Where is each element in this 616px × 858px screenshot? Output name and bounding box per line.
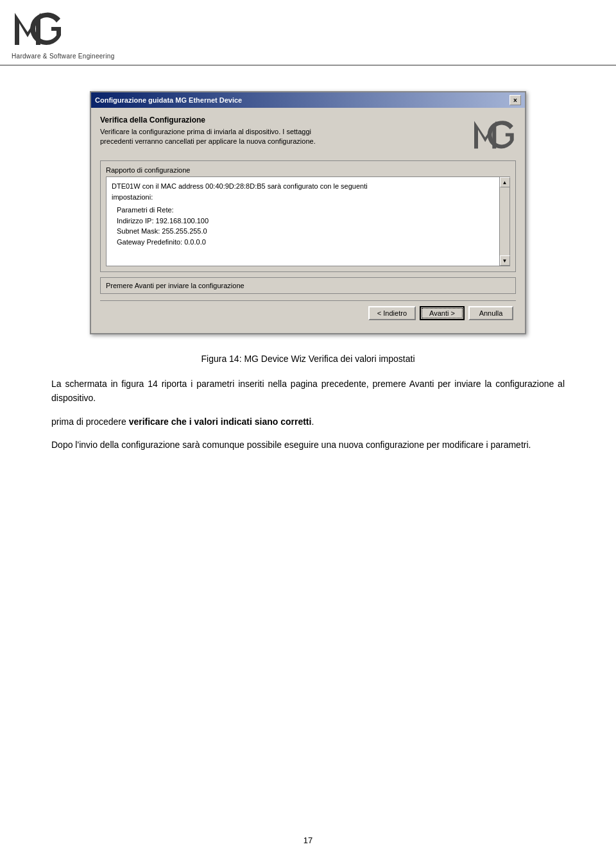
company-name: Hardware & Software Engineering xyxy=(12,53,115,60)
config-ip: Indirizzo IP: 192.168.100.100 xyxy=(117,216,494,227)
mg-logo-icon xyxy=(12,6,63,51)
body-para1-text: La schermata in figura 14 riporta i para… xyxy=(51,379,565,403)
body-paragraph-2: prima di procedere verificare che i valo… xyxy=(51,415,565,429)
figure-caption-text: Figura 14: MG Device Wiz Verifica dei va… xyxy=(201,354,415,364)
header: Hardware & Software Engineering xyxy=(0,0,616,65)
scroll-down-button[interactable]: ▼ xyxy=(500,255,510,266)
scrollbar-track xyxy=(500,187,509,255)
close-button[interactable]: × xyxy=(509,95,521,105)
dialog-divider xyxy=(100,300,516,301)
button-row: < Indietro Avanti > Annulla xyxy=(100,306,516,325)
main-content: Configurazione guidata MG Ethernet Devic… xyxy=(0,65,616,487)
scrollbar-right[interactable]: ▲ ▼ xyxy=(499,177,509,266)
logo-container: Hardware & Software Engineering xyxy=(12,6,115,60)
dialog-title: Configurazione guidata MG Ethernet Devic… xyxy=(95,96,242,104)
body-para2-end: . xyxy=(311,416,314,427)
config-panel: Rapporto di configurazione DTE01W con il… xyxy=(100,160,516,272)
section-desc-line2: precedenti verranno cancellati per appli… xyxy=(100,137,316,145)
network-params: Parametri di Rete: Indirizzo IP: 192.168… xyxy=(112,205,494,247)
section-desc: Verificare la configurazione prima di in… xyxy=(100,127,465,147)
config-params-label: Parametri di Rete: xyxy=(117,205,494,216)
bottom-instruction: Premere Avanti per inviare la configuraz… xyxy=(100,277,516,294)
dialog-window: Configurazione guidata MG Ethernet Devic… xyxy=(90,91,526,334)
page-number: 17 xyxy=(304,836,312,845)
config-text: DTE01W con il MAC address 00:40:9D:28:8D… xyxy=(107,177,499,266)
body-para2-bold: verificare che i valori indicati siano c… xyxy=(129,416,312,427)
section-desc-line1: Verificare la configurazione prima di in… xyxy=(100,128,311,135)
back-button[interactable]: < Indietro xyxy=(368,306,416,320)
figure-caption: Figura 14: MG Device Wiz Verifica dei va… xyxy=(201,354,415,364)
body-para2-start: prima di procedere xyxy=(51,416,129,427)
section-description: Verifica della Configurazione Verificare… xyxy=(100,116,465,147)
dialog-mg-logo-icon xyxy=(471,116,516,154)
config-line1: DTE01W con il MAC address 00:40:9D:28:8D… xyxy=(112,181,494,192)
scroll-up-button[interactable]: ▲ xyxy=(500,177,510,187)
bottom-instruction-text: Premere Avanti per inviare la configuraz… xyxy=(106,282,244,289)
config-mask: Subnet Mask: 255.255.255.0 xyxy=(117,226,494,237)
config-textarea-wrapper: DTE01W con il MAC address 00:40:9D:28:8D… xyxy=(106,176,510,266)
section-title: Verifica della Configurazione xyxy=(100,116,465,124)
next-button[interactable]: Avanti > xyxy=(420,306,465,320)
body-para3-text: Dopo l'invio della configurazione sarà c… xyxy=(51,440,531,450)
config-gateway: Gateway Predefinito: 0.0.0.0 xyxy=(117,237,494,248)
top-area: Verifica della Configurazione Verificare… xyxy=(100,116,516,154)
cancel-button[interactable]: Annulla xyxy=(468,306,513,320)
body-paragraph-3: Dopo l'invio della configurazione sarà c… xyxy=(51,438,565,452)
dialog-body: Verifica della Configurazione Verificare… xyxy=(91,108,525,333)
config-panel-label: Rapporto di configurazione xyxy=(106,166,510,174)
config-line2: impostazioni: xyxy=(112,192,494,203)
dialog-titlebar: Configurazione guidata MG Ethernet Devic… xyxy=(91,92,525,108)
body-paragraph-1: La schermata in figura 14 riporta i para… xyxy=(51,377,565,406)
